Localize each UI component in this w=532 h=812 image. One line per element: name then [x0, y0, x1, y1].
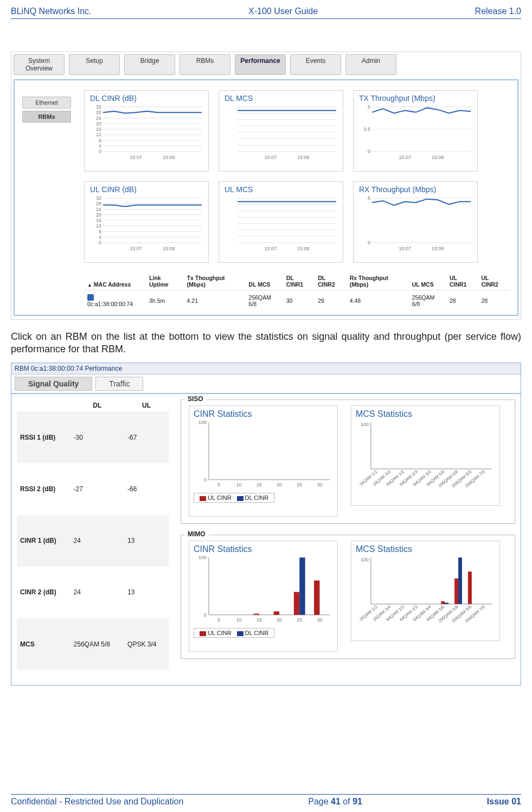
stats-col-header: DL [70, 399, 124, 411]
bar-chart: CINR Statistics010051015202530UL CINRDL … [189, 541, 338, 652]
svg-text:25: 25 [297, 617, 302, 623]
col-header[interactable]: DL CINR2 [315, 272, 347, 290]
doc-footer: Confidential - Restricted Use and Duplic… [11, 794, 521, 807]
svg-text:5: 5 [368, 104, 370, 110]
doc-header-left: BLiNQ Networks Inc. [11, 7, 91, 16]
tab-rbms[interactable]: RBMs [180, 54, 230, 75]
doc-header-center: X-100 User Guide [248, 7, 318, 16]
mini-chart: TX Throughput (Mbps)02.5515:0715:08 [353, 90, 478, 172]
svg-text:32: 32 [96, 195, 101, 201]
svg-text:28: 28 [96, 110, 101, 115]
svg-text:0: 0 [204, 612, 207, 618]
instruction-paragraph: Click on an RBM on the list at the botto… [11, 331, 521, 355]
col-header[interactable]: Link Uptime [146, 272, 184, 290]
stats-row: MCS256QAM 5/8QPSK 3/4 [17, 618, 169, 670]
svg-text:8: 8 [99, 229, 101, 234]
rbm-performance-screenshot: RBM 0c:a1:38:00:00:74 Performance Signal… [11, 363, 521, 686]
col-header[interactable]: UL MCS [409, 272, 446, 290]
chart-title: UL MCS [225, 185, 337, 194]
chart-title: RX Throughput (Mbps) [359, 185, 472, 194]
chart-group-mimo: MIMOCINR Statistics010051015202530UL CIN… [181, 535, 515, 659]
svg-text:12: 12 [96, 223, 101, 229]
rbm-sub-tabs: Signal QualityTraffic [11, 375, 521, 393]
svg-rect-110 [314, 581, 319, 615]
stats-row: RSSI 1 (dB)-30-67 [17, 411, 169, 463]
mini-chart: UL MCS15:0715:08 [219, 181, 343, 263]
side-ethernet[interactable]: Ethernet [22, 97, 71, 109]
svg-text:20: 20 [277, 617, 282, 623]
svg-text:10: 10 [236, 617, 242, 623]
chart-title: DL CINR (dB) [90, 94, 203, 103]
svg-rect-108 [294, 592, 299, 615]
chart-title: MCS Statistics [356, 409, 495, 419]
subtab-traffic[interactable]: Traffic [95, 377, 143, 391]
svg-text:15:08: 15:08 [432, 155, 444, 160]
col-header[interactable]: UL CINR1 [446, 272, 478, 290]
svg-text:5: 5 [217, 482, 220, 487]
tab-bridge[interactable]: Bridge [124, 54, 175, 75]
svg-text:15:07: 15:07 [264, 246, 277, 251]
svg-text:0: 0 [99, 240, 101, 245]
col-header[interactable]: DL CINR1 [283, 272, 315, 290]
tab-admin[interactable]: Admin [345, 54, 396, 75]
bar-chart: MCS Statistics10016QAM 1/216QAM 3/464QAM… [351, 541, 500, 641]
svg-rect-109 [299, 557, 305, 615]
svg-text:15:08: 15:08 [163, 155, 175, 160]
svg-text:0: 0 [99, 149, 101, 154]
side-nav: EthernetRBMs [15, 80, 80, 315]
svg-rect-124 [445, 603, 448, 605]
performance-screenshot: System OverviewSetupBridgeRBMsPerformanc… [11, 52, 521, 320]
doc-footer-left: Confidential - Restricted Use and Duplic… [11, 797, 183, 807]
svg-text:0: 0 [368, 149, 370, 154]
side-rbms[interactable]: RBMs [22, 111, 71, 123]
col-header[interactable]: Rx Thoughput (Mbps) [347, 272, 409, 290]
svg-text:15:08: 15:08 [297, 155, 310, 160]
svg-text:100: 100 [198, 555, 207, 560]
col-header[interactable]: ▲ MAC Address [84, 272, 146, 290]
col-header[interactable]: DL MCS [246, 272, 283, 290]
subtab-signal-quality[interactable]: Signal Quality [15, 377, 92, 391]
svg-text:28: 28 [96, 201, 101, 206]
svg-text:100: 100 [361, 422, 369, 427]
stats-row: RSSI 2 (dB)-27-66 [17, 463, 169, 515]
svg-rect-123 [441, 601, 445, 604]
tab-setup[interactable]: Setup [69, 54, 120, 75]
svg-text:15:07: 15:07 [399, 155, 411, 160]
svg-text:15:08: 15:08 [163, 246, 175, 251]
svg-text:15:08: 15:08 [297, 246, 310, 251]
svg-text:12: 12 [96, 132, 101, 137]
rbm-summary-table: ▲ MAC AddressLink UptimeTx Thoughput (Mb… [84, 272, 510, 310]
svg-text:5: 5 [217, 617, 220, 623]
mini-chart: UL CINR (dB)04812162024283215:0715:08 [84, 181, 209, 263]
stats-row: CINR 1 (dB)2413 [17, 515, 169, 567]
tab-system-overview[interactable]: System Overview [14, 54, 65, 75]
mini-chart: DL CINR (dB)04812162024283215:0715:08 [84, 90, 209, 172]
signal-quality-table: DLUL RSSI 1 (dB)-30-67RSSI 2 (dB)-27-66C… [17, 399, 169, 670]
stats-row: CINR 2 (dB)2413 [17, 567, 169, 618]
svg-text:100: 100 [361, 557, 369, 562]
svg-text:25: 25 [297, 482, 302, 487]
table-row[interactable]: 0c:a1:38:00:00:743h 5m4.21256QAM 6/83029… [84, 290, 510, 311]
svg-text:20: 20 [96, 212, 101, 218]
svg-text:15: 15 [257, 617, 262, 623]
col-header[interactable]: Tx Thoughput (Mbps) [184, 272, 246, 290]
chart-title: CINR Statistics [194, 544, 333, 554]
doc-footer-issue: Issue 01 [487, 797, 521, 807]
svg-text:15: 15 [257, 482, 262, 487]
chart-group-siso: SISOCINR Statistics010051015202530UL CIN… [181, 399, 515, 524]
svg-text:4: 4 [99, 143, 101, 149]
stats-col-header [17, 399, 70, 411]
chart-legend: UL CINRDL CINR [194, 628, 274, 638]
tab-events[interactable]: Events [290, 54, 341, 75]
svg-text:4: 4 [99, 234, 101, 240]
svg-text:20: 20 [277, 482, 282, 487]
tab-performance[interactable]: Performance [235, 54, 286, 75]
svg-text:15:07: 15:07 [399, 246, 411, 251]
col-header[interactable]: UL CINR2 [478, 272, 510, 290]
chart-title: UL CINR (dB) [90, 185, 203, 194]
svg-text:0: 0 [368, 240, 370, 245]
svg-rect-126 [458, 557, 462, 604]
chart-title: TX Throughput (Mbps) [359, 94, 472, 103]
svg-text:2.5: 2.5 [363, 126, 370, 132]
bar-chart: CINR Statistics010051015202530UL CINRDL … [189, 405, 338, 517]
